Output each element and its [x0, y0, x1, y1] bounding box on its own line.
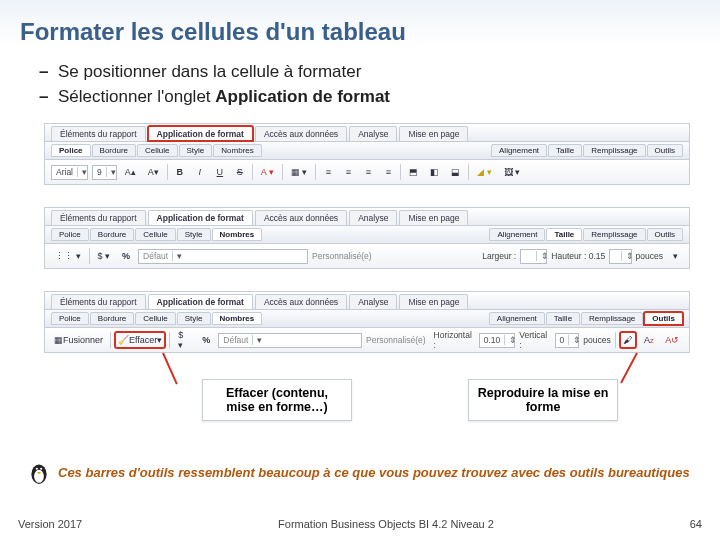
main-tab[interactable]: Mise en page [399, 126, 468, 141]
valign-top-button[interactable]: ⬒ [405, 164, 422, 180]
footer-page: 64 [690, 518, 702, 530]
footnote: Ces barres d'outils ressemblent beaucoup… [20, 459, 700, 485]
height-input[interactable]: ⇕ [609, 249, 631, 264]
svg-point-1 [34, 470, 44, 483]
custom-link[interactable]: Personnalisé(e) [312, 251, 372, 261]
sub-tab[interactable]: Alignement [489, 312, 545, 325]
sub-tab[interactable]: Alignement [491, 144, 547, 157]
percent-button[interactable]: % [118, 248, 134, 264]
main-tabstrip-3: Éléments du rapportApplication de format… [45, 292, 689, 310]
sub-tab[interactable]: Remplissage [583, 144, 645, 157]
fill-color-button[interactable]: ◢ ▾ [473, 164, 496, 180]
border-button[interactable]: ▦ ▾ [287, 164, 312, 180]
main-tab[interactable]: Accès aux données [255, 210, 347, 225]
unit-label-3: pouces [583, 335, 610, 345]
main-tab[interactable]: Éléments du rapport [51, 210, 146, 225]
main-tab[interactable]: Accès aux données [255, 294, 347, 309]
main-tab[interactable]: Application de format [148, 210, 253, 225]
currency-button[interactable]: $ ▾ [94, 248, 115, 264]
underline-button[interactable]: U [212, 164, 228, 180]
font-combo[interactable]: Arial▾ [51, 165, 88, 180]
number-format-combo-3[interactable]: Défaut▾ [218, 333, 362, 348]
main-tab[interactable]: Application de format [148, 126, 253, 141]
ribbon-police: Éléments du rapportApplication de format… [44, 123, 690, 185]
sub-tab[interactable]: Nombres [213, 144, 261, 157]
align-justify-button[interactable]: ≡ [380, 164, 396, 180]
sub-tab[interactable]: Taille [546, 228, 582, 241]
main-tab[interactable]: Accès aux données [255, 126, 347, 141]
main-tab[interactable]: Mise en page [399, 210, 468, 225]
main-tabstrip-2: Éléments du rapportApplication de format… [45, 208, 689, 226]
main-tab[interactable]: Analyse [349, 126, 397, 141]
chevron-down-icon[interactable]: ▾ [77, 167, 87, 177]
sub-tab[interactable]: Style [179, 144, 213, 157]
italic-button[interactable]: I [192, 164, 208, 180]
sub-tab[interactable]: Remplissage [581, 312, 643, 325]
picture-button[interactable]: 🖼 ▾ [500, 164, 525, 180]
horizontal-input[interactable]: 0.10⇕ [479, 333, 516, 348]
indent-button[interactable]: ⋮⋮ ▾ [51, 248, 85, 264]
sub-left-2: PoliceBordureCelluleStyleNombres [51, 228, 262, 241]
width-input[interactable]: ⇕ [520, 249, 547, 264]
main-tab[interactable]: Éléments du rapport [51, 294, 146, 309]
sub-tab[interactable]: Cellule [137, 144, 177, 157]
custom-link-3[interactable]: Personnalisé(e) [366, 335, 426, 345]
sub-tab[interactable]: Police [51, 228, 89, 241]
chevron-down-icon[interactable]: ▾ [172, 251, 182, 261]
valign-bot-button[interactable]: ⬓ [447, 164, 464, 180]
sub-tab[interactable]: Cellule [135, 312, 175, 325]
clear-format-button[interactable]: A↺ [662, 332, 683, 348]
chevron-down-icon[interactable]: ▾ [106, 167, 116, 177]
shrink-font-button[interactable]: A▾ [144, 164, 163, 180]
sub-tab[interactable]: Outils [647, 144, 683, 157]
font-color-button[interactable]: A ▾ [257, 164, 278, 180]
footer-center: Formation Business Objects BI 4.2 Niveau… [278, 518, 494, 530]
sub-tab[interactable]: Style [177, 312, 211, 325]
sub-tab[interactable]: Outils [647, 228, 683, 241]
strike-button[interactable]: S [232, 164, 248, 180]
chevron-down-icon[interactable]: ▾ [252, 335, 262, 345]
currency-button-3[interactable]: $ ▾ [174, 332, 194, 348]
spinner-icon[interactable]: ⇕ [504, 335, 514, 345]
sub-tab[interactable]: Police [51, 312, 89, 325]
main-tab[interactable]: Analyse [349, 210, 397, 225]
sub-tab[interactable]: Bordure [90, 312, 134, 325]
sub-tab[interactable]: Taille [548, 144, 582, 157]
align-left-button[interactable]: ≡ [320, 164, 336, 180]
sub-tab[interactable]: Nombres [212, 228, 263, 241]
sub-tab[interactable]: Style [177, 228, 211, 241]
spinner-icon[interactable]: ⇕ [536, 251, 546, 261]
ribbon-outils: Éléments du rapportApplication de format… [44, 291, 690, 353]
sub-tab[interactable]: Taille [546, 312, 580, 325]
sub-tab[interactable]: Nombres [212, 312, 263, 325]
number-format-combo[interactable]: Défaut▾ [138, 249, 308, 264]
spinner-icon[interactable]: ⇕ [621, 251, 631, 261]
main-tab[interactable]: Analyse [349, 294, 397, 309]
a-super-button[interactable]: Az [640, 332, 657, 348]
percent-button-3[interactable]: % [198, 332, 214, 348]
clear-button[interactable]: 🧹 Effacer ▾ [115, 332, 165, 348]
bold-button[interactable]: B [172, 164, 188, 180]
sub-tab[interactable]: Alignement [489, 228, 545, 241]
valign-mid-button[interactable]: ◧ [426, 164, 443, 180]
align-center-button[interactable]: ≡ [340, 164, 356, 180]
merge-button[interactable]: ▦ Fusionner [51, 332, 106, 348]
vertical-input[interactable]: 0⇕ [555, 333, 580, 348]
sub-tab[interactable]: Outils [644, 312, 683, 325]
misc-button[interactable]: ▾ [667, 248, 683, 264]
sub-tab[interactable]: Police [51, 144, 91, 157]
sub-tab[interactable]: Remplissage [583, 228, 645, 241]
unit-label: pouces [636, 251, 663, 261]
font-size-combo[interactable]: 9▾ [92, 165, 117, 180]
main-tab[interactable]: Éléments du rapport [51, 126, 146, 141]
main-tab[interactable]: Mise en page [399, 294, 468, 309]
align-right-button[interactable]: ≡ [360, 164, 376, 180]
horizontal-label: Horizontal : [434, 330, 475, 350]
sub-tab[interactable]: Cellule [135, 228, 175, 241]
main-tab[interactable]: Application de format [148, 294, 253, 309]
sub-tab[interactable]: Bordure [92, 144, 136, 157]
spinner-icon[interactable]: ⇕ [568, 335, 578, 345]
sub-tab[interactable]: Bordure [90, 228, 134, 241]
grow-font-button[interactable]: A▴ [121, 164, 140, 180]
format-painter-button[interactable]: 🖌 [620, 332, 637, 348]
